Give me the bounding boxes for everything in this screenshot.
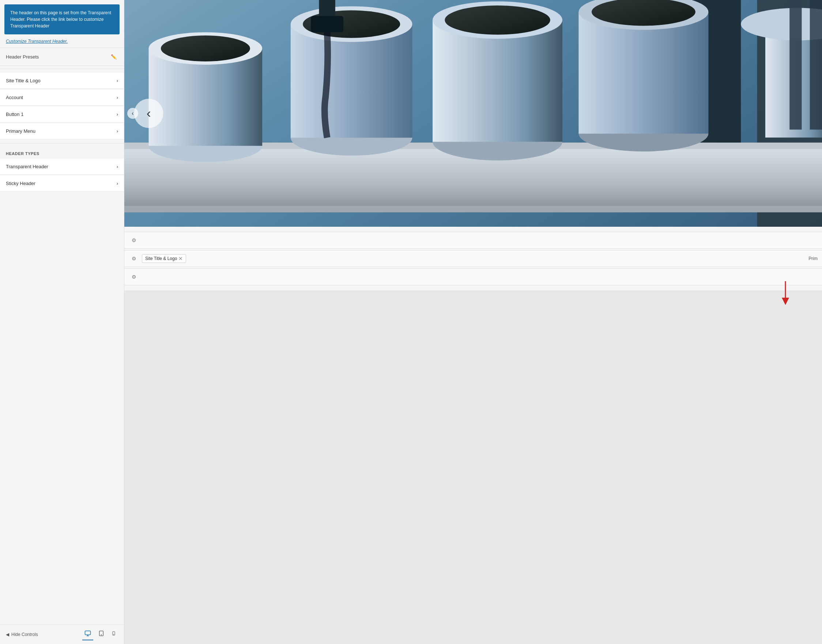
chevron-icon: › xyxy=(117,181,118,186)
chip-label: Site Title & Logo xyxy=(145,256,177,261)
svg-rect-34 xyxy=(790,0,802,129)
bottom-bar: ◀ Hide Controls xyxy=(0,625,124,644)
arrow-down-svg xyxy=(778,279,793,309)
hide-controls-label: Hide Controls xyxy=(11,632,38,637)
chevron-icon: › xyxy=(117,112,118,117)
svg-text:‹: ‹ xyxy=(147,106,151,120)
nav-item-label: Primary Menu xyxy=(6,128,35,134)
nav-item-button1[interactable]: Button 1› xyxy=(0,106,124,123)
header-types-label: HEADER TYPES xyxy=(0,146,124,158)
left-panel: The header on this page is set from the … xyxy=(0,0,124,644)
svg-point-4 xyxy=(114,635,114,635)
svg-rect-11 xyxy=(124,206,822,213)
chevron-icon: › xyxy=(117,78,118,83)
nav-item-account[interactable]: Account› xyxy=(0,90,124,106)
nav-item-label: Button 1 xyxy=(6,112,23,117)
builder-row-2: ⚙ Site Title & Logo ✕ Prim xyxy=(124,250,822,267)
header-type-item-sticky-header[interactable]: Sticky Header› xyxy=(0,176,124,192)
builder-row-1: ⚙ xyxy=(124,232,822,249)
customize-transparent-header-link[interactable]: Customize Transparent Header. xyxy=(0,37,124,48)
svg-rect-31 xyxy=(311,16,344,32)
svg-marker-37 xyxy=(782,298,789,305)
gear-btn-1[interactable]: ⚙ xyxy=(129,235,139,245)
svg-rect-35 xyxy=(810,0,822,129)
chevron-icon: › xyxy=(117,164,118,169)
chevron-icon: › xyxy=(117,128,118,134)
header-type-label: Transparent Header xyxy=(6,164,48,169)
preview-image: ‹ ‹ xyxy=(124,0,822,227)
preview-svg: ‹ xyxy=(124,0,822,227)
gear-btn-3[interactable]: ⚙ xyxy=(129,272,139,282)
desktop-btn[interactable] xyxy=(82,629,93,640)
nav-item-label: Site Title & Logo xyxy=(6,78,41,83)
nav-item-label: Account xyxy=(6,95,23,100)
spacer xyxy=(0,192,124,625)
header-type-item-transparent-header[interactable]: Transparent Header› xyxy=(0,159,124,175)
nav-item-site-title-logo[interactable]: Site Title & Logo› xyxy=(0,73,124,89)
prev-arrow[interactable]: ‹ xyxy=(127,108,138,119)
svg-point-15 xyxy=(161,35,250,61)
left-arrow-icon: ◀ xyxy=(6,632,9,637)
svg-rect-25 xyxy=(578,12,708,134)
prim-label: Prim xyxy=(808,256,817,261)
site-title-logo-chip: Site Title & Logo ✕ xyxy=(142,254,186,263)
hide-controls-btn[interactable]: ◀ Hide Controls xyxy=(6,632,38,637)
builder-row-3: ⚙ xyxy=(124,268,822,285)
right-panel: ‹ ‹ ⚙ ⚙ Site Title & Logo ✕ Prim ⚙ xyxy=(124,0,822,644)
header-type-label: Sticky Header xyxy=(6,181,35,186)
header-builder: ⚙ ⚙ Site Title & Logo ✕ Prim ⚙ xyxy=(124,227,822,290)
tablet-btn[interactable] xyxy=(96,629,106,640)
header-presets-label: Header Presets xyxy=(6,54,39,60)
svg-point-23 xyxy=(445,6,550,35)
svg-rect-0 xyxy=(85,631,90,635)
nav-item-primary-menu[interactable]: Primary Menu› xyxy=(0,123,124,140)
header-type-items-section: Transparent Header›Sticky Header› xyxy=(0,158,124,192)
chevron-icon: › xyxy=(117,95,118,100)
edit-icon[interactable]: ✏️ xyxy=(109,52,118,61)
device-icons xyxy=(82,629,118,640)
svg-point-2 xyxy=(101,635,101,635)
nav-items-section: Site Title & Logo›Account›Button 1›Prima… xyxy=(0,72,124,140)
divider-1 xyxy=(0,69,124,69)
info-message: The header on this page is set from the … xyxy=(10,10,111,29)
gear-btn-2[interactable]: ⚙ xyxy=(129,253,139,264)
header-presets-row: Header Presets ✏️ xyxy=(0,48,124,66)
chip-close-btn[interactable]: ✕ xyxy=(178,256,183,261)
mobile-btn[interactable] xyxy=(109,629,118,640)
divider-2 xyxy=(0,143,124,143)
info-box: The header on this page is set from the … xyxy=(5,5,120,34)
arrow-indicator-container xyxy=(124,290,822,312)
